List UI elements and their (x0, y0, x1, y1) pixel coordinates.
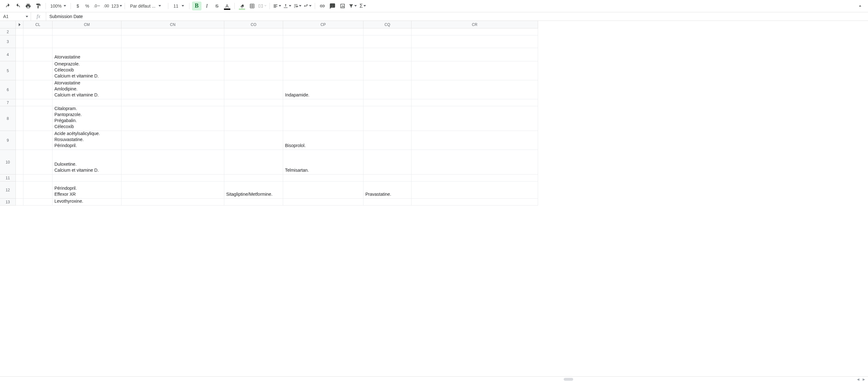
cell[interactable] (224, 61, 283, 80)
cell[interactable] (23, 80, 53, 99)
row-header[interactable]: 4 (0, 48, 16, 61)
cell[interactable] (411, 80, 538, 99)
row-header[interactable]: 8 (0, 106, 16, 131)
cell[interactable]: Atorvastatine (53, 48, 121, 61)
borders-button[interactable] (247, 2, 257, 10)
print-button[interactable] (23, 2, 33, 10)
cell[interactable] (121, 131, 224, 150)
font-size-dropdown[interactable]: 11 (171, 2, 187, 10)
percent-button[interactable]: % (83, 2, 92, 10)
horizontal-align-button[interactable] (272, 2, 282, 10)
cell[interactable] (23, 150, 53, 174)
currency-button[interactable]: $ (73, 2, 82, 10)
collapse-toolbar-button[interactable] (855, 2, 865, 10)
cell[interactable] (121, 99, 224, 106)
column-header[interactable]: CQ (364, 21, 411, 28)
cell[interactable] (364, 199, 411, 205)
italic-button[interactable]: I (202, 2, 212, 10)
redo-button[interactable] (13, 2, 23, 10)
column-header[interactable]: CO (224, 21, 283, 28)
cell[interactable] (283, 182, 364, 199)
cell[interactable] (23, 174, 53, 182)
cell[interactable] (224, 131, 283, 150)
cell[interactable] (53, 35, 121, 48)
cell[interactable] (224, 48, 283, 61)
cell[interactable] (364, 174, 411, 182)
cell[interactable] (364, 150, 411, 174)
cell[interactable] (53, 28, 121, 35)
cell[interactable] (283, 99, 364, 106)
cell[interactable] (121, 61, 224, 80)
cell[interactable] (283, 48, 364, 61)
decrease-decimal-button[interactable]: .0 (92, 2, 101, 10)
undo-button[interactable] (3, 2, 13, 10)
cell[interactable] (411, 174, 538, 182)
column-header[interactable]: CP (283, 21, 364, 28)
cell[interactable]: Acide acétylsalicylique. Rosuvastatine. … (53, 131, 121, 150)
cell[interactable] (411, 35, 538, 48)
cell[interactable] (224, 99, 283, 106)
insert-chart-button[interactable] (338, 2, 347, 10)
cell[interactable] (411, 99, 538, 106)
cell[interactable] (411, 150, 538, 174)
cell[interactable] (224, 35, 283, 48)
column-header[interactable]: CL (23, 21, 53, 28)
cell[interactable] (411, 199, 538, 205)
cell[interactable] (283, 106, 364, 131)
row-header[interactable]: 5 (0, 61, 16, 80)
cell[interactable] (23, 35, 53, 48)
column-header[interactable]: CM (53, 21, 121, 28)
horizontal-scrollbar[interactable]: ◀ ▶ (0, 376, 868, 382)
row-header[interactable]: 13 (0, 199, 16, 205)
cell[interactable]: Levothyroxine. (53, 199, 121, 205)
scroll-left-button[interactable]: ◀ (856, 377, 860, 382)
cell[interactable] (121, 182, 224, 199)
text-rotation-button[interactable] (303, 2, 312, 10)
increase-decimal-button[interactable]: .00 (102, 2, 111, 10)
insert-comment-button[interactable] (328, 2, 337, 10)
cell[interactable] (364, 35, 411, 48)
cell[interactable] (411, 106, 538, 131)
cell[interactable] (121, 199, 224, 205)
font-family-dropdown[interactable]: Par défaut ... (127, 2, 165, 10)
cell[interactable] (224, 150, 283, 174)
cell[interactable]: Périndopril. Effexor XR (53, 182, 121, 199)
formula-input[interactable]: Submission Date (46, 14, 868, 19)
row-header[interactable]: 12 (0, 182, 16, 199)
cell[interactable]: Omeprazole. Célecoxib Calcium et vitamin… (53, 61, 121, 80)
cell[interactable] (283, 35, 364, 48)
paint-format-button[interactable] (34, 2, 43, 10)
cell[interactable] (121, 150, 224, 174)
cell[interactable] (411, 48, 538, 61)
cell[interactable] (283, 28, 364, 35)
cell[interactable] (121, 48, 224, 61)
cell[interactable] (23, 61, 53, 80)
select-all-corner[interactable] (0, 21, 16, 28)
filter-button[interactable] (348, 2, 358, 10)
cell[interactable]: Atorvastatine Amlodipine. Calcium et vit… (53, 80, 121, 99)
cell[interactable] (364, 61, 411, 80)
row-header[interactable]: 3 (0, 35, 16, 48)
cell[interactable] (283, 174, 364, 182)
cell[interactable] (411, 28, 538, 35)
cell[interactable] (53, 99, 121, 106)
cell[interactable] (224, 106, 283, 131)
cell[interactable] (121, 35, 224, 48)
row-header[interactable]: 9 (0, 131, 16, 150)
name-box[interactable]: A1 (0, 12, 31, 21)
insert-link-button[interactable] (318, 2, 327, 10)
cell[interactable]: Pravastatine. (364, 182, 411, 199)
cell[interactable] (23, 28, 53, 35)
cell[interactable] (121, 106, 224, 131)
scroll-thumb[interactable] (564, 378, 573, 381)
expand-columns-button[interactable] (16, 21, 23, 28)
bold-button[interactable]: B (192, 2, 202, 10)
cell[interactable] (121, 80, 224, 99)
strikethrough-button[interactable]: S (212, 2, 222, 10)
cell[interactable] (121, 28, 224, 35)
cell[interactable] (23, 199, 53, 205)
cell[interactable]: Telmisartan. (283, 150, 364, 174)
row-header[interactable]: 6 (0, 80, 16, 99)
merge-cells-button[interactable] (257, 2, 267, 10)
functions-button[interactable]: Σ (358, 2, 368, 10)
